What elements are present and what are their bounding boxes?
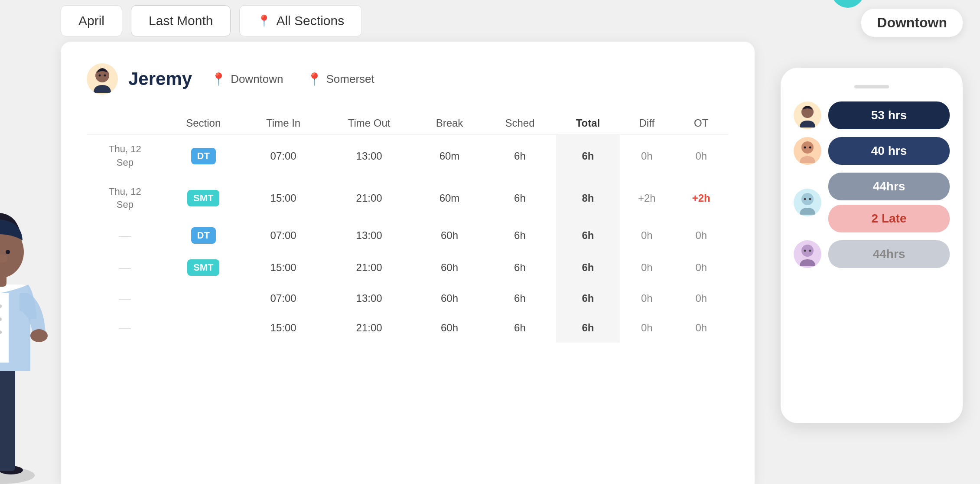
th-section: Section [163, 112, 244, 135]
table-row: —DT07:0013:0060h6h6h0h0h [87, 219, 729, 252]
desktop-panel: Jeremy 📍 Downtown 📍 Somerset Section Tim… [61, 42, 755, 484]
pin-icon-somerset: 📍 [307, 72, 322, 86]
date-cell: — [87, 313, 163, 343]
time-in-cell: 07:00 [244, 284, 323, 313]
avatar [794, 240, 821, 268]
svg-point-36 [809, 250, 811, 252]
time-out-cell: 21:00 [323, 313, 415, 343]
break-cell: 60h [415, 284, 484, 313]
svg-point-15 [6, 250, 10, 254]
all-sections-filter-btn[interactable]: 📍 All Sections [239, 5, 362, 36]
th-diff: Diff [620, 112, 674, 135]
list-item: 44hrs 2 Late [794, 173, 950, 232]
location-somerset: 📍 Somerset [307, 72, 374, 86]
avatar [794, 101, 821, 129]
time-out-cell: 21:00 [323, 252, 415, 284]
section-cell: DT [163, 219, 244, 252]
hours-btn-4[interactable]: 44hrs [828, 240, 950, 268]
somerset-text: Somerset [326, 72, 374, 86]
svg-point-30 [801, 193, 814, 205]
svg-point-26 [801, 141, 814, 154]
ot-cell: 0h [674, 313, 729, 343]
sched-cell: 6h [484, 135, 556, 177]
hours-btn-1[interactable]: 53 hrs [828, 101, 950, 129]
th-date [87, 112, 163, 135]
time-in-cell: 15:00 [244, 313, 323, 343]
svg-point-11 [30, 329, 48, 342]
hours-btn-2[interactable]: 40 hrs [828, 137, 950, 165]
diff-cell: +2h [620, 177, 674, 220]
section-cell: SMT [163, 252, 244, 284]
downtown-floating-label: Downtown [861, 9, 963, 37]
svg-point-32 [809, 198, 811, 200]
ot-cell: 0h [674, 219, 729, 252]
location-downtown: 📍 Downtown [211, 72, 283, 86]
time-in-cell: 15:00 [244, 252, 323, 284]
table-row: —07:0013:0060h6h6h0h0h [87, 284, 729, 313]
sched-cell: 6h [484, 252, 556, 284]
diff-cell: 0h [620, 219, 674, 252]
table-row: —15:0021:0060h6h6h0h0h [87, 313, 729, 343]
svg-rect-6 [0, 293, 9, 363]
pin-icon-downtown: 📍 [211, 72, 226, 86]
date-cell: Thu, 12Sep [87, 135, 163, 177]
total-cell: 6h [556, 252, 620, 284]
th-break: Break [415, 112, 484, 135]
hours-btn-3[interactable]: 44hrs [828, 173, 950, 200]
date-cell: — [87, 252, 163, 284]
time-out-cell: 13:00 [323, 219, 415, 252]
svg-point-34 [801, 245, 814, 257]
ot-cell: +2h [674, 177, 729, 220]
break-cell: 60m [415, 135, 484, 177]
break-cell: 60h [415, 252, 484, 284]
main-content: Jeremy 📍 Downtown 📍 Somerset Section Tim… [61, 42, 980, 484]
list-item: 44hrs [794, 240, 950, 268]
sched-cell: 6h [484, 177, 556, 220]
avatar [794, 189, 821, 216]
person-illustration [0, 180, 56, 484]
diff-cell: 0h [620, 252, 674, 284]
diff-cell: 0h [620, 313, 674, 343]
table-row: —SMT15:0021:0060h6h6h0h0h [87, 252, 729, 284]
svg-rect-4 [0, 367, 15, 471]
total-cell: 6h [556, 135, 620, 177]
time-out-cell: 21:00 [323, 177, 415, 220]
list-item: 40 hrs [794, 137, 950, 165]
ot-cell: 0h [674, 135, 729, 177]
svg-point-22 [104, 75, 106, 77]
late-btn-3[interactable]: 2 Late [828, 205, 950, 232]
section-cell [163, 313, 244, 343]
schedule-table: Section Time In Time Out Break Sched Tot… [87, 112, 729, 343]
date-cell: Thu, 12Sep [87, 177, 163, 220]
section-cell: DT [163, 135, 244, 177]
time-out-cell: 13:00 [323, 284, 415, 313]
total-cell: 6h [556, 284, 620, 313]
total-cell: 6h [556, 313, 620, 343]
th-ot: OT [674, 112, 729, 135]
svg-point-35 [804, 250, 806, 252]
svg-point-21 [99, 75, 101, 77]
break-cell: 60h [415, 313, 484, 343]
ot-cell: 0h [674, 252, 729, 284]
april-filter-btn[interactable]: April [61, 5, 122, 36]
th-sched: Sched [484, 112, 556, 135]
time-out-cell: 13:00 [323, 135, 415, 177]
table-row: Thu, 12SepSMT15:0021:0060m6h8h+2h+2h [87, 177, 729, 220]
diff-cell: 0h [620, 135, 674, 177]
all-sections-label: All Sections [276, 13, 344, 28]
sched-cell: 6h [484, 284, 556, 313]
total-cell: 6h [556, 219, 620, 252]
sched-cell: 6h [484, 219, 556, 252]
april-label: April [78, 13, 104, 28]
mobile-panel: 53 hrs 40 hrs 44hrs 2 Late 44hrs [781, 68, 963, 423]
location-pin-icon: 📍 [257, 14, 271, 28]
last-month-filter-btn[interactable]: Last Month [131, 5, 231, 36]
section-cell [163, 284, 244, 313]
mobile-notch [854, 85, 889, 88]
th-time-out: Time Out [323, 112, 415, 135]
employee-header: Jeremy 📍 Downtown 📍 Somerset [87, 63, 729, 95]
svg-point-28 [809, 147, 811, 149]
time-in-cell: 07:00 [244, 135, 323, 177]
last-month-label: Last Month [149, 13, 213, 28]
employee-avatar [87, 63, 118, 95]
